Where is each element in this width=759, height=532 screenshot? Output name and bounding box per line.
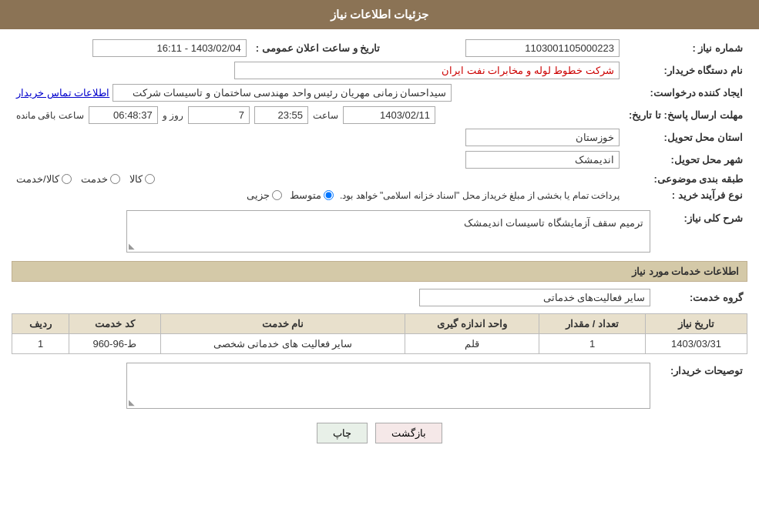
- roz-label: روز و: [163, 110, 183, 121]
- col-radif: ردیف: [12, 314, 69, 334]
- tarikh-label: تاریخ و ساعت اعلان عمومی :: [251, 37, 385, 59]
- ostan-value: خوزستان: [465, 129, 620, 146]
- groheKhadamat-value: سایر فعالیت‌های خدماتی: [419, 289, 650, 306]
- col-kodKhadamat: کد خدمت: [69, 314, 160, 334]
- noeFarayand-label: نوع فرآیند خرید :: [624, 187, 747, 203]
- tabaqeBandi-kala-khadamat[interactable]: کالا/خدمت: [16, 173, 72, 185]
- groheKhadamat-label: گروه خدمت:: [655, 286, 747, 309]
- resize-handle-2: ◣: [129, 398, 135, 407]
- farayand-motavaset[interactable]: متوسط: [290, 189, 334, 201]
- tarikh-value: 1403/02/04 - 16:11: [92, 39, 247, 57]
- sharh-label: شرح کلی نیاز:: [655, 208, 747, 255]
- services-section-title: اطلاعات خدمات مورد نیاز: [12, 261, 747, 282]
- ijadKonande-link[interactable]: اطلاعات تماس خریدار: [16, 87, 109, 99]
- namDastgah-value: شرکت خطوط لوله و مخابرات نفت ایران: [234, 62, 620, 79]
- tabaqeBandi-kala[interactable]: کالا: [129, 173, 155, 185]
- back-button[interactable]: بازگشت: [375, 423, 442, 443]
- col-namKhadamat: نام خدمت: [160, 314, 405, 334]
- mohlat-date: 1403/02/11: [343, 106, 435, 124]
- shahr-label: شهر محل تحویل:: [624, 149, 747, 171]
- namDastgah-label: نام دستگاه خریدار:: [624, 59, 747, 82]
- ijadKonande-label: ایجاد کننده درخواست:: [624, 82, 747, 104]
- tosifKharidar-textarea: ◣: [126, 363, 650, 409]
- ijadKonande-value: سیداحسان زمانی مهریان رئیس واحد مهندسی س…: [113, 84, 452, 102]
- shahr-value: اندیمشک: [465, 151, 620, 169]
- col-vahed: واحد اندازه گیری: [405, 314, 539, 334]
- buttons-row: بازگشت چاپ: [12, 423, 747, 443]
- shomareNiaz-label: شماره نیاز :: [624, 37, 747, 59]
- page-header: جزئیات اطلاعات نیاز: [0, 0, 759, 29]
- services-table: تاریخ نیاز تعداد / مقدار واحد اندازه گیر…: [12, 313, 747, 354]
- ostan-label: استان محل تحویل:: [624, 126, 747, 149]
- saat-label: ساعت: [313, 110, 338, 121]
- resize-handle: ◣: [129, 242, 135, 250]
- mohlat-remaining: 06:48:37: [89, 106, 158, 124]
- page-title: جزئیات اطلاعات نیاز: [331, 8, 428, 21]
- cell-tarikh: 1403/03/31: [646, 334, 747, 354]
- cell-radif: 1: [12, 334, 69, 354]
- shomareNiaz-value: 1103001105000223: [465, 39, 620, 57]
- farayand-jozi[interactable]: جزیی: [247, 189, 282, 201]
- table-row: 1403/03/31 1 قلم سایر فعالیت های خدماتی …: [12, 334, 747, 354]
- tabaqeBandi-khadamat[interactable]: خدمت: [81, 173, 120, 185]
- cell-tedad: 1: [539, 334, 646, 354]
- tabaqeBandi-label: طبقه بندی موضوعی:: [624, 171, 747, 187]
- cell-vahed: قلم: [405, 334, 539, 354]
- mohlat-time: 23:55: [254, 106, 308, 124]
- sharh-textarea-wrapper: ترمیم سقف آزمایشگاه تاسیسات اندیمشک ◣: [126, 210, 650, 253]
- cell-namKhadamat: سایر فعالیت های خدماتی شخصی: [160, 334, 405, 354]
- col-tedad: تعداد / مقدار: [539, 314, 646, 334]
- mohlat-label: مهلت ارسال پاسخ: تا تاریخ:: [624, 104, 747, 126]
- sharh-value: ترمیم سقف آزمایشگاه تاسیسات اندیمشک: [130, 214, 646, 232]
- cell-kodKhadamat: ط-96-960: [69, 334, 160, 354]
- mohlat-remaining-label: ساعت باقی مانده: [16, 110, 84, 121]
- print-button[interactable]: چاپ: [317, 423, 368, 443]
- tosifKharidar-label: توصیحات خریدار:: [655, 360, 747, 411]
- col-tarikh: تاریخ نیاز: [646, 314, 747, 334]
- farayand-notice: پرداخت تمام یا بخشی از مبلغ خریداز محل "…: [340, 190, 620, 201]
- mohlat-days: 7: [188, 106, 250, 124]
